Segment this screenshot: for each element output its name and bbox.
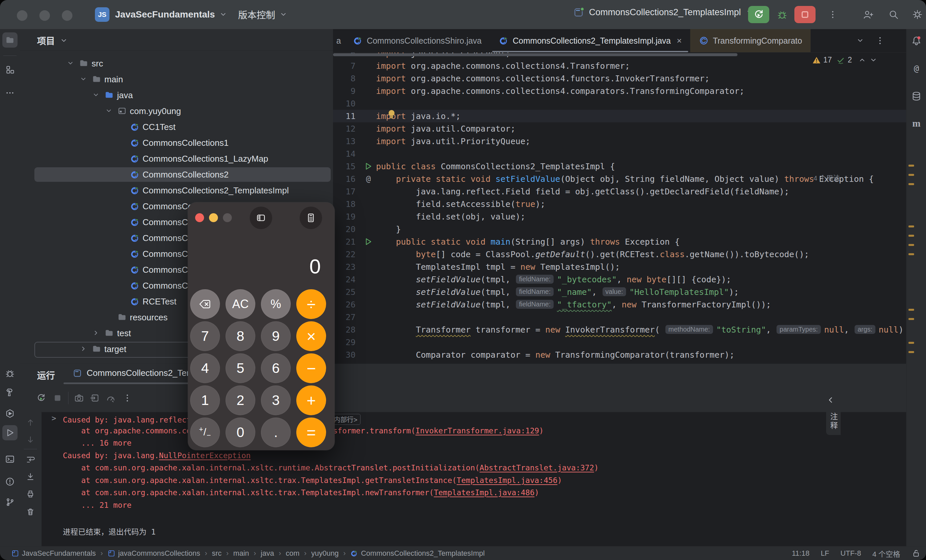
calc-button-plus-minus[interactable]: +/− — [190, 418, 220, 447]
inspection-widget[interactable]: 17 2 — [812, 56, 878, 65]
tab-options-kebab-icon[interactable] — [873, 34, 887, 48]
breadcrumb-item[interactable]: CommonsCollections2_TemplatesImpl — [350, 549, 484, 558]
maven-icon[interactable]: m — [911, 118, 922, 129]
database-icon[interactable] — [911, 91, 922, 102]
calc-button-digit-9[interactable]: 9 — [261, 322, 291, 351]
code-line-11[interactable]: 11import java.io.*; — [333, 110, 906, 122]
code-line-15[interactable]: 15public class CommonsCollections2_Templ… — [333, 160, 906, 172]
readonly-lock-icon[interactable] — [911, 549, 921, 558]
chevron-down-icon[interactable] — [66, 59, 76, 68]
calc-button-digit-5[interactable]: 5 — [225, 353, 255, 383]
sidebar-item-project[interactable] — [2, 32, 18, 48]
code-line-23[interactable]: 23 TemplatesImpl tmpl = new TemplatesImp… — [333, 261, 906, 273]
sidebar-toggle-icon[interactable] — [250, 207, 272, 229]
trash-icon[interactable] — [24, 506, 36, 518]
debug-button[interactable] — [776, 8, 789, 21]
breadcrumb-item[interactable]: yuy0ung — [311, 549, 339, 558]
code-line-24[interactable]: 24 setFieldValue(tmpl, fieldName:"_bytec… — [333, 273, 906, 285]
calc-button-digit-6[interactable]: 6 — [261, 353, 291, 383]
code-line-10[interactable]: 10 — [333, 97, 906, 110]
calc-button-decimal[interactable]: . — [261, 418, 291, 447]
bell-icon[interactable] — [911, 35, 922, 46]
calc-zoom-button[interactable] — [223, 213, 232, 222]
tab-list-chevron-icon[interactable] — [853, 34, 867, 48]
chevron-right-icon[interactable] — [91, 328, 101, 338]
vcs-selector[interactable]: 版本控制 — [238, 7, 288, 22]
line-separator[interactable]: LF — [821, 549, 829, 558]
search-icon[interactable] — [887, 8, 900, 21]
tab-CommonsCollectionsShiro.java[interactable]: CommonsCollectionsShiro.java — [344, 29, 490, 52]
calc-button-percent[interactable]: % — [261, 289, 291, 319]
code-line-9[interactable]: 9import org.apache.commons.collections4.… — [333, 85, 906, 97]
indent-setting[interactable]: 4 个空格 — [872, 548, 900, 558]
caret-position[interactable]: 11:18 — [792, 549, 809, 558]
prev-problem-icon[interactable] — [858, 56, 867, 65]
usages-hint[interactable]: 4 个用法 — [813, 172, 840, 183]
chevron-right-icon[interactable] — [79, 344, 89, 354]
breadcrumb-item[interactable]: src — [212, 549, 222, 558]
tab-TransformingComparato[interactable]: TransformingComparato — [690, 29, 811, 52]
calc-button-digit-1[interactable]: 1 — [190, 385, 220, 415]
calc-button-digit-4[interactable]: 4 — [190, 353, 220, 383]
gauge-icon[interactable] — [104, 392, 117, 404]
calc-button-all-clear[interactable]: AC — [225, 289, 255, 319]
stacktrace-link[interactable]: AbstractTranslet.java:372 — [480, 463, 594, 472]
sidebar-item-services[interactable] — [2, 406, 18, 421]
window-close-button[interactable] — [17, 10, 27, 21]
code-line-13[interactable]: 13import java.util.PriorityQueue; — [333, 135, 906, 148]
stop-button[interactable] — [794, 6, 816, 23]
calc-button-digit-2[interactable]: 2 — [225, 385, 255, 415]
right-panel-handle[interactable]: 注释 — [826, 395, 841, 435]
arrow-up-icon[interactable] — [24, 417, 36, 429]
breadcrumb-item[interactable]: javaCommonsCollections — [107, 549, 200, 558]
window-minimize-button[interactable] — [39, 10, 50, 21]
calc-minimize-button[interactable] — [209, 213, 218, 222]
code-line-22[interactable]: 22 byte[] code = ClassPool.getDefault().… — [333, 248, 906, 261]
code-line-25[interactable]: 25 setFieldValue(tmpl, fieldName:"_name"… — [333, 285, 906, 298]
calculator-window[interactable]: 0 AC%÷789×456−123++/−0.= — [188, 202, 335, 450]
stacktrace-link[interactable]: NullPointerException — [159, 451, 251, 460]
code-area[interactable]: 6import javassist.ClassPool;7import org.… — [333, 47, 906, 361]
calc-button-divide[interactable]: ÷ — [296, 289, 326, 319]
code-line-29[interactable]: 29 — [333, 336, 906, 349]
code-line-20[interactable]: 20 } — [333, 223, 906, 235]
close-icon[interactable]: × — [676, 36, 682, 46]
run-config-selector[interactable]: CommonsCollections2_TemplatesImpl — [573, 7, 754, 18]
code-line-19[interactable]: 19 field.set(obj, value); — [333, 210, 906, 223]
ai-assistant-icon[interactable]: @ — [911, 63, 922, 74]
sidebar-item-more[interactable] — [2, 85, 18, 101]
code-line-18[interactable]: 18 field.setAccessible(true); — [333, 198, 906, 210]
tab-CommonsCollections2_TemplatesImpl.java[interactable]: CommonsCollections2_TemplatesImpl.java× — [490, 29, 690, 52]
chevron-down-icon[interactable] — [91, 90, 101, 100]
sidebar-item-structure[interactable] — [2, 62, 18, 77]
sidebar-item-terminal[interactable] — [2, 451, 18, 467]
dump-icon[interactable] — [89, 392, 101, 404]
stop-icon[interactable] — [51, 392, 64, 404]
soft-wrap-icon[interactable] — [24, 454, 36, 465]
stacktrace-link[interactable]: TemplatesImpl.java:456 — [457, 476, 558, 485]
fold-toggle-icon[interactable]: > — [51, 414, 56, 423]
sidebar-item-debug[interactable] — [2, 365, 18, 381]
code-with-me-icon[interactable] — [861, 8, 875, 21]
camera-icon[interactable] — [73, 392, 85, 404]
code-line-26[interactable]: 26 setFieldValue(tmpl, fieldName:"_tfact… — [333, 298, 906, 311]
calc-button-plus[interactable]: + — [296, 385, 326, 415]
chevron-down-icon[interactable] — [104, 106, 114, 116]
code-line-14[interactable]: 14 — [333, 148, 906, 160]
calc-button-digit-7[interactable]: 7 — [190, 322, 220, 351]
scroll-end-icon[interactable] — [24, 471, 36, 483]
stacktrace-link[interactable]: InvokerTransformer.java:129 — [415, 426, 539, 435]
sidebar-item-problems[interactable] — [2, 474, 18, 489]
sidebar-item-build[interactable] — [2, 385, 18, 400]
calc-close-button[interactable] — [195, 213, 204, 222]
code-line-17[interactable]: 17 java.lang.reflect.Field field = obj.g… — [333, 185, 906, 198]
code-line-27[interactable]: 27 — [333, 311, 906, 323]
calc-button-minus[interactable]: − — [296, 353, 326, 383]
rerun-button[interactable] — [748, 6, 769, 23]
sidebar-item-version-control[interactable] — [2, 495, 18, 510]
breadcrumb-item[interactable]: main — [233, 549, 249, 558]
code-line-8[interactable]: 8import org.apache.commons.collections4.… — [333, 72, 906, 85]
tab-a[interactable]: a — [333, 29, 344, 52]
code-line-28[interactable]: 28 Transformer transformer = new Invoker… — [333, 323, 906, 336]
file-encoding[interactable]: UTF-8 — [840, 549, 861, 558]
